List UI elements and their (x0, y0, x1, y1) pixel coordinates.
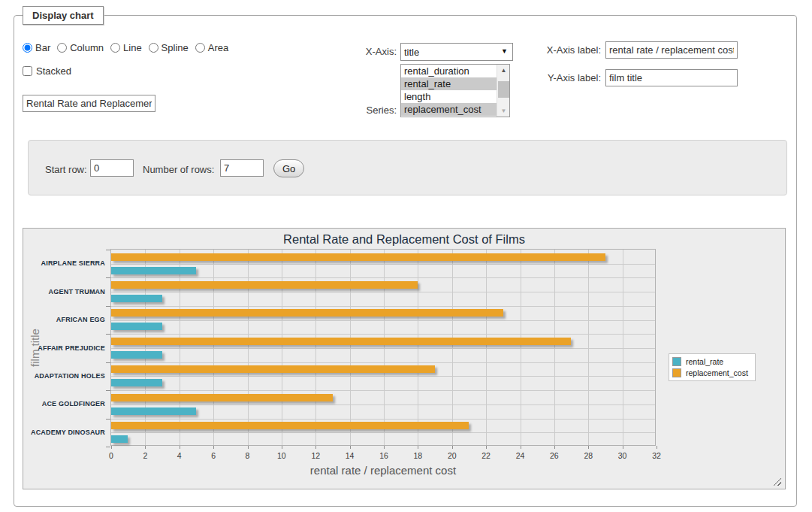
start-row-input[interactable] (90, 159, 134, 177)
y-axis-tick (106, 447, 110, 447)
series-listbox[interactable]: rental_durationrental_ratelengthreplacem… (400, 64, 510, 117)
radio-bar[interactable] (23, 43, 32, 53)
x-tick-label: 14 (337, 451, 363, 460)
x-axis-tick (521, 446, 521, 449)
x-axis-tick (282, 446, 282, 449)
bar-replacement_cost (111, 365, 435, 373)
gridline (554, 250, 555, 445)
gridline (145, 250, 146, 445)
bar-replacement_cost (111, 309, 503, 317)
chart-container: Rental Rate and Replacement Cost of Film… (23, 228, 786, 489)
y-axis-label-field-label: Y-Axis label: (518, 72, 601, 83)
bar-replacement_cost (111, 253, 605, 261)
go-button[interactable]: Go (273, 159, 304, 177)
x-axis-select[interactable]: title (400, 43, 513, 61)
x-axis-tick (657, 446, 657, 449)
chart-legend: rental_ratereplacement_cost (669, 353, 756, 381)
legend-item: rental_rate (672, 357, 748, 366)
stacked-checkbox[interactable] (23, 66, 32, 76)
resize-grip[interactable] (773, 477, 781, 486)
x-axis-select-wrap: title ▼ (400, 43, 513, 61)
chart-type-radio-spline[interactable]: Spline (149, 42, 189, 53)
radio-line[interactable] (110, 43, 120, 53)
gridline (248, 250, 249, 445)
radio-area-label: Area (208, 42, 228, 53)
x-axis-tick (315, 446, 316, 449)
chart-type-radio-line[interactable]: Line (110, 42, 142, 53)
gridline (111, 404, 655, 405)
x-axis-tick (111, 446, 112, 449)
series-option[interactable]: replacement_cost (401, 103, 497, 116)
x-axis-tick (248, 446, 249, 449)
bar-replacement_cost (111, 338, 571, 345)
series-option[interactable]: length (401, 90, 497, 103)
chart-title-input[interactable] (23, 95, 155, 112)
x-tick-label: 6 (201, 451, 226, 460)
bar-rental_rate (111, 351, 162, 359)
bar-rental_rate (111, 295, 162, 302)
gridline (111, 264, 655, 265)
row-range-panel (28, 140, 787, 195)
x-axis-tick (180, 446, 180, 449)
scrollbar-thumb[interactable] (498, 81, 509, 98)
gridline (180, 250, 180, 445)
x-tick-label: 32 (644, 451, 669, 460)
gridline (111, 292, 655, 292)
number-of-rows-input[interactable] (220, 159, 264, 177)
x-axis-tick (554, 446, 555, 449)
legend-label: replacement_cost (686, 368, 748, 377)
panel-title: Display chart (23, 6, 104, 25)
gridline (111, 376, 655, 377)
radio-spline[interactable] (149, 43, 158, 53)
number-of-rows-label: Number of rows: (143, 164, 214, 175)
gridline (111, 320, 655, 321)
y-axis-tick (106, 334, 110, 335)
gridline (111, 306, 655, 307)
x-tick-label: 20 (439, 451, 465, 460)
x-tick-label: 16 (371, 451, 397, 460)
chart-type-radio-area[interactable]: Area (195, 42, 228, 53)
x-tick-label: 10 (269, 451, 294, 460)
x-axis-tick (145, 446, 146, 449)
radio-column[interactable] (57, 43, 67, 53)
y-axis-tick (106, 306, 110, 307)
bar-rental_rate (111, 323, 162, 330)
bar-replacement_cost (111, 394, 333, 401)
gridline (315, 250, 316, 445)
chart-type-radio-column[interactable]: Column (57, 42, 104, 53)
gridline (111, 432, 655, 433)
chart-plot-area: 02468101214161820222426283032AIRPLANE SI… (110, 249, 656, 446)
radio-column-label: Column (70, 42, 104, 53)
stacked-checkbox-row[interactable]: Stacked (23, 65, 71, 77)
radio-bar-label: Bar (35, 42, 50, 53)
chart-type-radio-bar[interactable]: Bar (23, 42, 50, 53)
stacked-label: Stacked (36, 65, 71, 77)
x-tick-label: 24 (508, 451, 533, 460)
page: Display chart Bar Column Line Spline Are… (0, 0, 812, 512)
series-listbox-scrollbar[interactable]: ▲ ▼ (497, 65, 509, 117)
scroll-down-icon[interactable]: ▼ (497, 105, 510, 117)
x-axis-select-label: X-Axis: (331, 46, 397, 57)
scroll-up-icon[interactable]: ▲ (497, 65, 510, 76)
x-tick-label: 28 (575, 451, 601, 460)
bar-replacement_cost (111, 281, 418, 289)
series-option[interactable]: rental_duration (401, 65, 497, 77)
y-axis-label-input[interactable] (605, 69, 738, 86)
gridline (111, 390, 655, 391)
gridline (213, 250, 214, 445)
x-axis-label-input[interactable] (605, 41, 738, 59)
radio-spline-label: Spline (161, 42, 189, 53)
x-axis-tick (486, 446, 487, 449)
gridline (111, 277, 655, 278)
x-axis-tick (588, 446, 589, 449)
series-option[interactable]: rental_rate (401, 77, 497, 90)
gridline (418, 250, 418, 445)
bar-rental_rate (111, 379, 162, 386)
series-options: rental_durationrental_ratelengthreplacem… (401, 65, 497, 117)
x-tick-label: 2 (132, 451, 158, 460)
gridline (486, 250, 487, 445)
gridline (521, 250, 521, 445)
radio-area[interactable] (195, 43, 205, 53)
y-axis-tick (106, 277, 110, 278)
legend-swatch-rental_rate (672, 357, 681, 366)
